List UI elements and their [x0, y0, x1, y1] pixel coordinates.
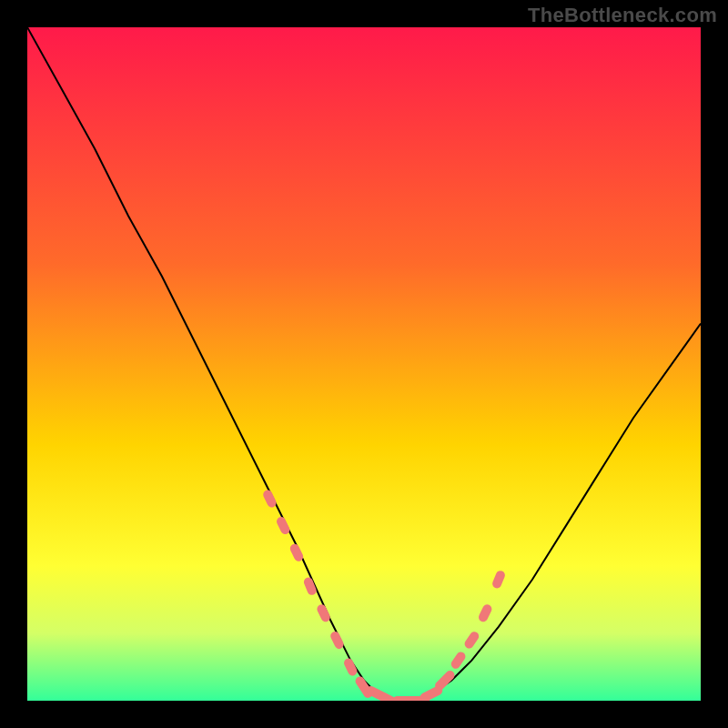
chart-svg: [27, 27, 701, 701]
chart-frame: TheBottleneck.com: [0, 0, 728, 728]
marker-segment: [483, 609, 487, 617]
marker-segment: [335, 636, 339, 644]
marker-segment: [349, 663, 352, 672]
marker-segment: [497, 575, 500, 583]
plot-area: [27, 27, 701, 701]
marker-segment: [268, 495, 271, 503]
marker-segment: [295, 549, 298, 557]
marker-segment: [470, 636, 475, 643]
marker-segment: [281, 521, 285, 530]
watermark-text: TheBottleneck.com: [528, 4, 717, 27]
marker-segment: [308, 582, 312, 591]
marker-segment: [425, 691, 438, 697]
marker-segment: [456, 656, 461, 663]
gradient-background: [27, 27, 701, 701]
marker-segment: [321, 609, 325, 617]
